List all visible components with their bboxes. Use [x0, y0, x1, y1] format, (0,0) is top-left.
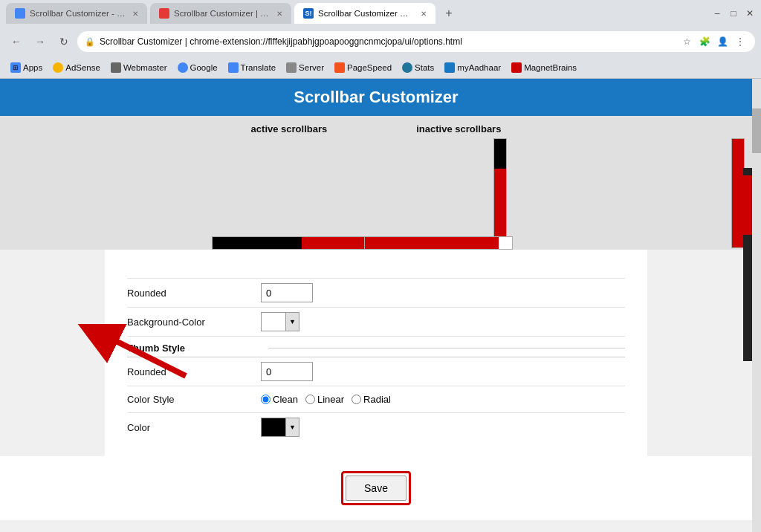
page-content: Scrollbar Customizer active scrollbars i… [0, 79, 752, 532]
window-controls: – □ ✕ [712, 8, 755, 19]
reload-button[interactable]: ↻ [54, 31, 74, 52]
lock-icon: 🔒 [85, 37, 95, 47]
v-thumb-black [494, 139, 506, 169]
apps-icon: ⊞ [10, 62, 21, 73]
browser-frame: Scrollbar Customizer - Chrome V... ✕ Scr… [0, 0, 761, 532]
color-row: Color ▼ [127, 413, 625, 441]
color-style-radial-option[interactable]: Radial [352, 394, 391, 405]
address-input[interactable]: 🔒 Scrollbar Customizer | chrome-extensio… [77, 31, 755, 52]
form-container: Rounded Background-Color ▼ Thumb Style [105, 250, 647, 456]
tab-2-label: Scrollbar Customizer | MegaXT [174, 9, 271, 18]
save-area: Save [0, 456, 752, 520]
inactive-scrollbars-label: inactive scrollbars [416, 123, 501, 134]
maximize-button[interactable]: □ [728, 8, 739, 19]
bookmark-translate[interactable]: Translate [224, 61, 281, 74]
bookmark-adsense[interactable]: AdSense [48, 61, 105, 74]
tab-2-close[interactable]: ✕ [276, 10, 282, 18]
background-color-label: Background-Color [127, 317, 261, 328]
bookmark-stats[interactable]: Stats [398, 61, 438, 74]
save-button-wrap: Save [341, 471, 411, 505]
rounded-track-label: Rounded [127, 288, 261, 299]
tab-3-close[interactable]: ✕ [421, 10, 427, 18]
extension-puzzle-icon[interactable]: 🧩 [697, 34, 712, 49]
bookmark-apps-label: Apps [23, 63, 42, 72]
tab-1-close[interactable]: ✕ [132, 10, 138, 18]
bookmark-translate-label: Translate [241, 63, 276, 72]
background-color-picker[interactable]: ▼ [261, 312, 299, 331]
preview-labels: active scrollbars inactive scrollbars [251, 123, 502, 134]
h-thumb2-red [365, 237, 499, 249]
bookmark-apps[interactable]: ⊞ Apps [6, 61, 47, 74]
bookmark-magnetbrains[interactable]: MagnetBrains [507, 61, 581, 74]
server-icon [286, 62, 297, 73]
bookmark-server-label: Server [299, 63, 324, 72]
color-dropdown[interactable]: ▼ [285, 418, 299, 436]
page-title: Scrollbar Customizer [15, 88, 737, 107]
close-button[interactable]: ✕ [745, 8, 755, 19]
google-icon [178, 62, 188, 73]
bookmark-adsense-label: AdSense [65, 63, 100, 72]
save-button[interactable]: Save [346, 476, 407, 501]
active-scrollbars-label: active scrollbars [251, 123, 328, 134]
rounded-track-input[interactable] [261, 283, 313, 302]
color-picker[interactable]: ▼ [261, 418, 299, 437]
thumb-style-section-header: Thumb Style [127, 337, 625, 357]
background-color-row: Background-Color ▼ [127, 308, 625, 337]
color-style-row: Color Style Clean Linear Radial [127, 386, 625, 413]
background-color-dropdown[interactable]: ▼ [285, 313, 299, 331]
menu-icon[interactable]: ⋮ [733, 34, 748, 49]
tab-2[interactable]: Scrollbar Customizer | MegaXT ✕ [150, 3, 291, 24]
color-label: Color [127, 422, 261, 433]
page-scrollbar[interactable] [752, 79, 761, 532]
forward-button[interactable]: → [30, 31, 51, 52]
color-style-clean-option[interactable]: Clean [261, 394, 298, 405]
stats-icon [402, 62, 412, 73]
bookmark-star-icon[interactable]: ☆ [679, 34, 694, 49]
color-style-radio-group: Clean Linear Radial [261, 394, 391, 405]
bookmarks-bar: ⊞ Apps AdSense Webmaster Google Translat… [0, 56, 761, 79]
bookmark-google[interactable]: Google [173, 61, 222, 74]
adsense-icon [53, 62, 63, 73]
tab-3[interactable]: S! Scrollbar Customizer Options ✕ [294, 3, 435, 24]
horizontal-inactive-scrollbar [364, 236, 513, 250]
preview-area: active scrollbars inactive scrollbars [0, 116, 752, 250]
translate-icon [228, 62, 239, 73]
section-divider [268, 348, 625, 348]
bookmark-webmaster[interactable]: Webmaster [106, 61, 172, 74]
tab-1[interactable]: Scrollbar Customizer - Chrome V... ✕ [6, 3, 147, 24]
h-thumb-black [213, 237, 302, 249]
bookmark-pagespeed-label: PageSpeed [347, 63, 392, 72]
tab-3-label: Scrollbar Customizer Options [318, 9, 415, 18]
bookmark-pagespeed[interactable]: PageSpeed [330, 61, 396, 74]
address-icons: ☆ 🧩 👤 ⋮ [679, 34, 748, 49]
bookmark-myaadhaar[interactable]: myAadhaar [440, 61, 505, 74]
chrome-icon [15, 8, 25, 19]
new-tab-button[interactable]: + [438, 3, 459, 24]
webmaster-icon [111, 62, 121, 73]
color-style-linear-option[interactable]: Linear [305, 394, 344, 405]
page-scroll-thumb[interactable] [752, 108, 761, 153]
back-button[interactable]: ← [6, 31, 27, 52]
color-style-radial-radio[interactable] [352, 395, 361, 404]
minimize-button[interactable]: – [712, 8, 722, 19]
address-bar: ← → ↻ 🔒 Scrollbar Customizer | chrome-ex… [0, 27, 761, 56]
myaadhaar-icon [444, 62, 455, 73]
rounded-thumb-input[interactable] [261, 362, 313, 381]
right-edge-scrollbar [743, 168, 752, 361]
page-header: Scrollbar Customizer [0, 79, 752, 116]
vertical-active-scrollbar [493, 138, 507, 248]
rounded-thumb-row: Rounded [127, 357, 625, 386]
color-style-linear-radio[interactable] [305, 395, 315, 404]
bookmark-server[interactable]: Server [282, 61, 328, 74]
rounded-thumb-label: Rounded [127, 366, 261, 377]
x-icon [159, 8, 169, 19]
pagespeed-icon [334, 62, 345, 73]
right-edge-thumb [743, 175, 752, 235]
title-bar: Scrollbar Customizer - Chrome V... ✕ Scr… [0, 0, 761, 27]
bookmark-stats-label: Stats [415, 63, 434, 72]
color-style-clean-radio[interactable] [261, 395, 271, 404]
color-style-label: Color Style [127, 394, 261, 405]
profile-icon[interactable]: 👤 [715, 34, 730, 49]
bookmark-myaadhaar-label: myAadhaar [457, 63, 501, 72]
address-text: Scrollbar Customizer | chrome-extension:… [100, 36, 675, 47]
